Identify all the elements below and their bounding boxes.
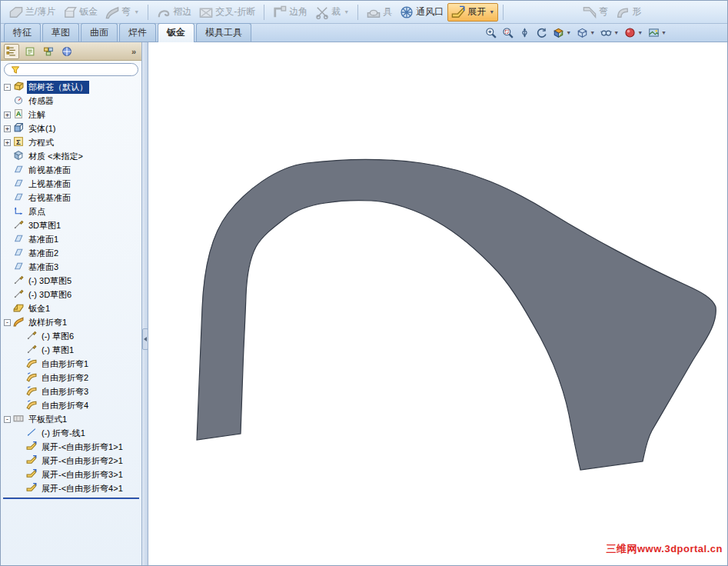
tree-item[interactable]: -部树苍（默认） bbox=[1, 80, 141, 94]
tree-item[interactable]: -放样折弯1 bbox=[1, 315, 141, 329]
cross-break-button[interactable]: 交叉-折断 bbox=[195, 3, 259, 22]
dropdown-caret-icon[interactable]: ▼ bbox=[566, 30, 571, 35]
tree-expand-toggle[interactable]: + bbox=[4, 139, 11, 146]
tree-item[interactable]: 原点 bbox=[1, 205, 141, 218]
dropdown-caret-icon[interactable]: ▼ bbox=[613, 30, 619, 35]
tree-item[interactable]: 自由形折弯3 bbox=[1, 385, 141, 398]
tree-item[interactable]: -平板型式1 bbox=[1, 412, 141, 426]
corners-button[interactable]: 边角 bbox=[269, 3, 311, 22]
configurationmanager-tab-icon[interactable] bbox=[41, 44, 56, 59]
tree-item[interactable]: 钣金1 bbox=[1, 301, 141, 315]
tree-item[interactable]: (-) 草图6 bbox=[1, 329, 141, 343]
tree-item[interactable]: (-) 折弯-线1 bbox=[1, 426, 141, 440]
tree-filter-box[interactable] bbox=[4, 63, 138, 76]
convert-to-sheet-metal-button[interactable]: 钣金 bbox=[59, 3, 101, 22]
propertymanager-tab-icon[interactable] bbox=[22, 44, 38, 59]
tree-item-label: 3D草图1 bbox=[27, 219, 62, 232]
tree-item[interactable]: 展开-<自由形折弯4>1 bbox=[1, 481, 141, 495]
view-orientation-button[interactable]: ▼ bbox=[552, 26, 572, 39]
splitter-collapse-handle[interactable] bbox=[142, 328, 148, 350]
tree-item[interactable]: 材质 <未指定> bbox=[1, 149, 141, 163]
hide-show-items-button[interactable]: ▼ bbox=[600, 26, 620, 39]
tree-item[interactable]: +实体(1) bbox=[1, 122, 141, 135]
tree-item[interactable]: 展开-<自由形折弯3>1 bbox=[1, 468, 141, 481]
tree-item[interactable]: 右视基准面 bbox=[1, 191, 141, 205]
dimxpert-tab-icon[interactable] bbox=[59, 44, 75, 59]
tree-filter-input[interactable] bbox=[25, 65, 135, 75]
apply-scene-button[interactable]: ▼ bbox=[647, 26, 667, 39]
tree-expand-toggle[interactable]: - bbox=[4, 84, 11, 91]
filter-icon bbox=[8, 63, 22, 77]
forming-tool-button[interactable]: 具 bbox=[363, 3, 396, 22]
flat-pattern-icon bbox=[13, 413, 24, 426]
tree-item[interactable]: 上视基准面 bbox=[1, 177, 141, 191]
featuremanager-tab-icon[interactable] bbox=[4, 44, 19, 59]
tree-expand-toggle[interactable]: + bbox=[4, 112, 11, 118]
flattened-sheet-metal-shape[interactable] bbox=[197, 160, 716, 471]
panel-splitter[interactable] bbox=[142, 42, 148, 565]
dropdown-caret-icon[interactable]: ▼ bbox=[134, 9, 139, 15]
zoom-to-fit-button[interactable] bbox=[484, 26, 497, 39]
vent-button[interactable]: 通风口 bbox=[396, 3, 447, 22]
zoom-in-out-button[interactable] bbox=[518, 26, 531, 39]
base-flange-button[interactable]: 兰/薄片 bbox=[5, 3, 59, 22]
form-button[interactable]: 形 bbox=[612, 3, 645, 22]
panel-expand-chevrons-icon[interactable]: » bbox=[129, 47, 138, 56]
tree-item[interactable]: 前视基准面 bbox=[1, 163, 141, 177]
dropdown-caret-icon[interactable]: ▼ bbox=[637, 30, 643, 35]
model-viewport-svg bbox=[148, 42, 728, 566]
tree-item[interactable]: 自由形折弯4 bbox=[1, 398, 141, 412]
part-icon bbox=[13, 81, 24, 94]
dropdown-caret-icon[interactable]: ▼ bbox=[344, 9, 349, 15]
zoom-in-out-icon bbox=[519, 27, 530, 38]
tree-item[interactable]: 自由形折弯2 bbox=[1, 371, 141, 385]
equations-icon: Σ bbox=[13, 136, 24, 149]
tree-item-label: (-) 草图1 bbox=[40, 344, 75, 357]
tree-item[interactable]: (-) 草图1 bbox=[1, 343, 141, 357]
rollback-bar[interactable] bbox=[3, 498, 139, 499]
tree-item[interactable]: 展开-<自由形折弯2>1 bbox=[1, 454, 141, 468]
tree-item[interactable]: 传感器 bbox=[1, 94, 141, 108]
tree-item[interactable]: 基准面2 bbox=[1, 246, 141, 260]
edit-appearance-icon bbox=[624, 27, 636, 38]
tree-item[interactable]: 3D草图1 bbox=[1, 218, 141, 232]
tab-features[interactable]: 特征 bbox=[4, 23, 41, 42]
edit-appearance-button[interactable]: ▼ bbox=[623, 26, 643, 39]
tree-item[interactable]: (-) 3D草图6 bbox=[1, 288, 141, 301]
tab-sheet-metal[interactable]: 钣金 bbox=[158, 23, 194, 42]
hide-show-items-icon bbox=[600, 27, 612, 38]
dropdown-caret-icon[interactable]: ▼ bbox=[661, 30, 667, 35]
hem-button[interactable]: 褶边 bbox=[153, 3, 195, 22]
tab-weldments[interactable]: 焊件 bbox=[119, 23, 156, 42]
fold-button[interactable]: 弯 bbox=[579, 3, 612, 22]
tree-item-label: 自由形折弯3 bbox=[40, 385, 90, 398]
tree-expand-toggle[interactable]: - bbox=[4, 416, 11, 423]
tab-mold-tools[interactable]: 模具工具 bbox=[196, 23, 251, 42]
lofted-bend-icon bbox=[105, 5, 119, 19]
tree-item[interactable]: 展开-<自由形折弯1>1 bbox=[1, 440, 141, 454]
rotate-view-button[interactable] bbox=[535, 26, 548, 39]
tree-expand-toggle[interactable]: + bbox=[4, 125, 11, 132]
tree-item[interactable]: (-) 3D草图5 bbox=[1, 274, 141, 288]
zoom-to-area-button[interactable] bbox=[501, 26, 514, 39]
tree-item[interactable]: 基准面3 bbox=[1, 260, 141, 274]
tree-item[interactable]: +A注解 bbox=[1, 108, 141, 122]
tab-sketch[interactable]: 草图 bbox=[42, 23, 79, 42]
tree-item[interactable]: 基准面1 bbox=[1, 232, 141, 246]
unfold-button[interactable]: 展开▼ bbox=[447, 3, 498, 22]
lofted-bend-button[interactable]: 弯▼ bbox=[101, 3, 143, 22]
tree-item[interactable]: +Σ方程式 bbox=[1, 135, 141, 149]
tree-item-label: 基准面1 bbox=[27, 233, 60, 246]
watermark-text: 三维网www.3dportal.cn bbox=[606, 542, 723, 556]
trim-button[interactable]: 裁▼ bbox=[311, 3, 353, 22]
tree-expand-toggle[interactable]: - bbox=[4, 319, 11, 326]
tab-surfaces[interactable]: 曲面 bbox=[81, 23, 118, 42]
model-viewport[interactable]: 三维网www.3dportal.cn bbox=[148, 42, 727, 565]
base-flange-icon bbox=[9, 5, 23, 19]
display-style-button[interactable]: ▼ bbox=[576, 26, 596, 39]
cross-break-icon bbox=[199, 5, 213, 19]
dropdown-caret-icon[interactable]: ▼ bbox=[489, 9, 494, 15]
tree-item[interactable]: 自由形折弯1 bbox=[1, 357, 141, 371]
dropdown-caret-icon[interactable]: ▼ bbox=[590, 30, 595, 35]
command-manager-tabs: 特征草图曲面焊件钣金模具工具 ▼▼▼▼▼ bbox=[1, 24, 727, 42]
